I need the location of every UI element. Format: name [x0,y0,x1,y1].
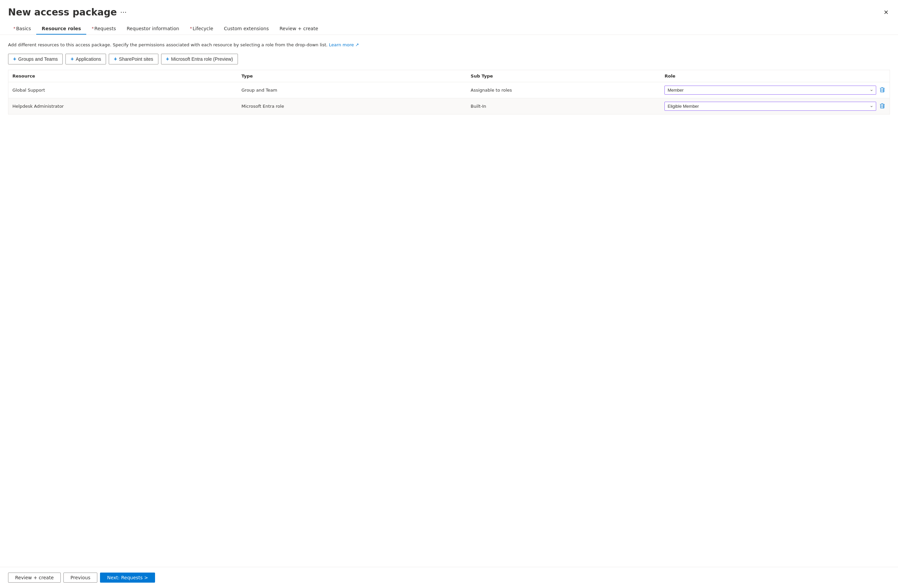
cell-role-0: MemberOwner [660,82,890,98]
cell-subtype-1: Built-In [467,98,661,114]
page-title: New access package [8,7,117,18]
description-text: Add different resources to this access p… [8,42,890,48]
next-button[interactable]: Next: Requests > [100,573,155,583]
add-groups-teams-label: Groups and Teams [18,56,58,62]
review-create-button[interactable]: Review + create [8,573,61,583]
header-left: New access package ··· [8,7,126,18]
resource-table: Resource Type Sub Type Role Global Suppo… [8,70,890,114]
add-groups-teams-button[interactable]: +Groups and Teams [8,54,63,65]
tab-label-review-create: Review + create [280,26,318,31]
col-header-subtype: Sub Type [467,70,661,82]
delete-row-0-button[interactable] [879,86,886,93]
role-select-1[interactable]: Eligible MemberActive Member [664,102,876,111]
table-row: Helpdesk AdministratorMicrosoft Entra ro… [8,98,890,114]
tab-label-requests: Requests [94,26,116,31]
add-sharepoint-sites-label: SharePoint sites [119,56,153,62]
plus-icon: + [13,56,16,62]
main-content: Add different resources to this access p… [0,35,898,567]
col-header-resource: Resource [8,70,238,82]
table-body: Global SupportGroup and TeamAssignable t… [8,82,890,114]
cell-resource-1: Helpdesk Administrator [8,98,238,114]
page-container: New access package ··· ✕ * BasicsResourc… [0,0,898,588]
select-wrapper-0: MemberOwner [664,86,876,95]
tab-label-custom-extensions: Custom extensions [224,26,269,31]
tab-label-lifecycle: Lifecycle [193,26,213,31]
tabs-container: * BasicsResource roles* RequestsRequesto… [0,18,898,35]
action-buttons: +Groups and Teams+Applications+SharePoin… [8,54,890,65]
trash-icon [880,87,885,92]
plus-icon: + [71,56,74,62]
page-header: New access package ··· ✕ [0,0,898,18]
tab-custom-extensions[interactable]: Custom extensions [218,23,274,35]
learn-more-link[interactable]: Learn more ↗ [329,42,359,47]
more-options-icon[interactable]: ··· [120,8,126,17]
required-star: * [92,26,94,31]
external-link-icon: ↗ [355,42,359,47]
add-entra-role-label: Microsoft Entra role (Preview) [171,56,233,62]
add-sharepoint-sites-button[interactable]: +SharePoint sites [109,54,158,65]
cell-role-1: Eligible MemberActive Member [660,98,890,114]
plus-icon: + [114,56,117,62]
tab-requestor-information[interactable]: Requestor information [121,23,184,35]
cell-subtype-0: Assignable to roles [467,82,661,98]
delete-row-1-button[interactable] [879,103,886,109]
tab-basics[interactable]: * Basics [8,23,36,35]
previous-button[interactable]: Previous [63,573,97,583]
tab-lifecycle[interactable]: * Lifecycle [185,23,218,35]
role-select-0[interactable]: MemberOwner [664,86,876,95]
tab-label-requestor-information: Requestor information [126,26,179,31]
cell-type-0: Group and Team [238,82,467,98]
select-wrapper-1: Eligible MemberActive Member [664,102,876,111]
table-row: Global SupportGroup and TeamAssignable t… [8,82,890,98]
add-applications-label: Applications [76,56,101,62]
tab-resource-roles[interactable]: Resource roles [36,23,86,35]
tab-label-basics: Basics [16,26,31,31]
required-star: * [14,26,15,31]
add-entra-role-button[interactable]: +Microsoft Entra role (Preview) [161,54,238,65]
plus-icon: + [166,56,169,62]
add-applications-button[interactable]: +Applications [65,54,106,65]
tab-requests[interactable]: * Requests [86,23,121,35]
role-cell-1: Eligible MemberActive Member [664,102,886,111]
trash-icon [880,103,885,109]
page-footer: Review + create Previous Next: Requests … [0,567,898,588]
cell-resource-0: Global Support [8,82,238,98]
tab-label-resource-roles: Resource roles [42,26,81,31]
close-icon[interactable]: ✕ [882,8,890,17]
cell-type-1: Microsoft Entra role [238,98,467,114]
col-header-type: Type [238,70,467,82]
required-star: * [190,26,192,31]
col-header-role: Role [660,70,890,82]
role-cell-0: MemberOwner [664,86,886,95]
tab-review-create[interactable]: Review + create [274,23,323,35]
